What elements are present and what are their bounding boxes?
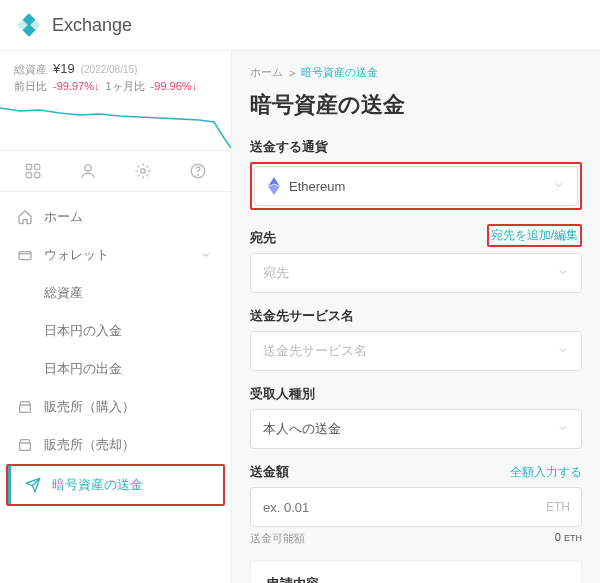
recipient-type-select[interactable]: 本人への送金 — [250, 409, 582, 449]
chevron-down-icon — [553, 179, 565, 194]
svg-rect-14 — [20, 443, 31, 450]
service-select[interactable]: 送金先サービス名 — [250, 331, 582, 371]
amount-unit: ETH — [546, 500, 570, 514]
amount-input[interactable] — [250, 487, 582, 527]
dest-label: 宛先 — [250, 229, 276, 247]
sidebar-item-label: 販売所（購入） — [44, 398, 135, 416]
sidebar: 総資産 ¥19 (2022/08/15) 前日比 -99.97%↓ 1ヶ月比 -… — [0, 51, 232, 583]
dest-placeholder: 宛先 — [263, 264, 289, 282]
dest-select[interactable]: 宛先 — [250, 253, 582, 293]
currency-label: 送金する通貨 — [250, 138, 328, 156]
amount-fill-all-link[interactable]: 全額入力する — [510, 464, 582, 481]
grid-icon[interactable] — [23, 161, 43, 181]
gear-icon[interactable] — [133, 161, 153, 181]
chevron-down-icon — [197, 246, 215, 264]
stats-date: (2022/08/15) — [81, 64, 138, 75]
sidebar-nav: ホーム ウォレット 総資産 日本円の入金 日本円の出金 販売所（購入） 販売所（… — [0, 192, 231, 512]
breadcrumb-sep: > — [289, 67, 295, 79]
svg-rect-6 — [27, 173, 32, 178]
sidebar-item-home[interactable]: ホーム — [0, 198, 231, 236]
user-icon[interactable] — [78, 161, 98, 181]
sidebar-item-label: 販売所（売却） — [44, 436, 135, 454]
svg-rect-5 — [35, 164, 40, 169]
dest-add-edit-link[interactable]: 宛先を追加/編集 — [491, 228, 578, 242]
total-assets-label: 総資産 — [14, 62, 47, 77]
sidebar-item-crypto-send[interactable]: 暗号資産の送金 — [8, 466, 223, 504]
field-amount: 送金額 全額入力する ETH 送金可能額 0 ETH — [250, 463, 582, 546]
field-destination: 宛先 宛先を追加/編集 宛先 — [250, 224, 582, 293]
field-recipient-type: 受取人種別 本人への送金 — [250, 385, 582, 449]
home-icon — [16, 208, 34, 226]
chevron-down-icon — [557, 344, 569, 359]
svg-rect-4 — [27, 164, 32, 169]
sidebar-item-label: ウォレット — [44, 246, 109, 264]
sidebar-sub-jpy-withdraw[interactable]: 日本円の出金 — [0, 350, 231, 388]
brand-name: Exchange — [52, 15, 132, 36]
chevron-down-icon — [557, 422, 569, 437]
svg-point-9 — [141, 169, 146, 174]
recipient-type-value: 本人への送金 — [263, 420, 341, 438]
panel-title: 申請内容 — [267, 575, 565, 583]
application-panel: 申請内容 — [250, 560, 582, 583]
sidebar-item-label: 暗号資産の送金 — [52, 476, 143, 494]
help-icon[interactable] — [188, 161, 208, 181]
sparkline-chart — [0, 98, 231, 150]
send-icon — [24, 476, 42, 494]
breadcrumb: ホーム > 暗号資産の送金 — [250, 65, 582, 80]
currency-value: Ethereum — [289, 179, 345, 194]
service-label: 送金先サービス名 — [250, 307, 354, 325]
ethereum-icon — [267, 177, 281, 195]
mom-value: -99.96%↓ — [151, 80, 197, 92]
page-title: 暗号資産の送金 — [250, 90, 582, 120]
app-header: Exchange — [0, 0, 600, 51]
sidebar-iconbar — [0, 150, 231, 192]
amount-label: 送金額 — [250, 463, 289, 481]
dod-label: 前日比 — [14, 79, 47, 94]
field-currency: 送金する通貨 Ethereum — [250, 138, 582, 210]
dod-value: -99.97%↓ — [53, 80, 99, 92]
svg-rect-12 — [19, 252, 31, 260]
stats-block: 総資産 ¥19 (2022/08/15) 前日比 -99.97%↓ 1ヶ月比 -… — [0, 51, 231, 98]
available-value: 0 — [555, 531, 561, 543]
svg-rect-13 — [20, 405, 31, 412]
shop-icon — [16, 436, 34, 454]
sidebar-item-wallet[interactable]: ウォレット — [0, 236, 231, 274]
mom-label: 1ヶ月比 — [105, 79, 144, 94]
svg-marker-16 — [268, 184, 279, 195]
svg-point-8 — [85, 165, 91, 171]
available-label: 送金可能額 — [250, 531, 305, 546]
sidebar-sub-assets[interactable]: 総資産 — [0, 274, 231, 312]
main-content: ホーム > 暗号資産の送金 暗号資産の送金 送金する通貨 Ethereum 宛先… — [232, 51, 600, 583]
currency-select[interactable]: Ethereum — [254, 166, 578, 206]
service-placeholder: 送金先サービス名 — [263, 342, 367, 360]
sidebar-item-label: ホーム — [44, 208, 83, 226]
svg-rect-7 — [35, 173, 40, 178]
chevron-down-icon — [557, 266, 569, 281]
svg-point-11 — [197, 174, 198, 175]
exchange-logo-icon — [16, 12, 42, 38]
wallet-icon — [16, 246, 34, 264]
available-unit: ETH — [564, 533, 582, 543]
sidebar-item-market-sell[interactable]: 販売所（売却） — [0, 426, 231, 464]
breadcrumb-current: 暗号資産の送金 — [301, 65, 378, 80]
total-assets-value: ¥19 — [53, 61, 75, 76]
recipient-type-label: 受取人種別 — [250, 385, 315, 403]
shop-icon — [16, 398, 34, 416]
sidebar-item-market-buy[interactable]: 販売所（購入） — [0, 388, 231, 426]
field-service: 送金先サービス名 送金先サービス名 — [250, 307, 582, 371]
sidebar-sub-jpy-deposit[interactable]: 日本円の入金 — [0, 312, 231, 350]
breadcrumb-home[interactable]: ホーム — [250, 65, 283, 80]
